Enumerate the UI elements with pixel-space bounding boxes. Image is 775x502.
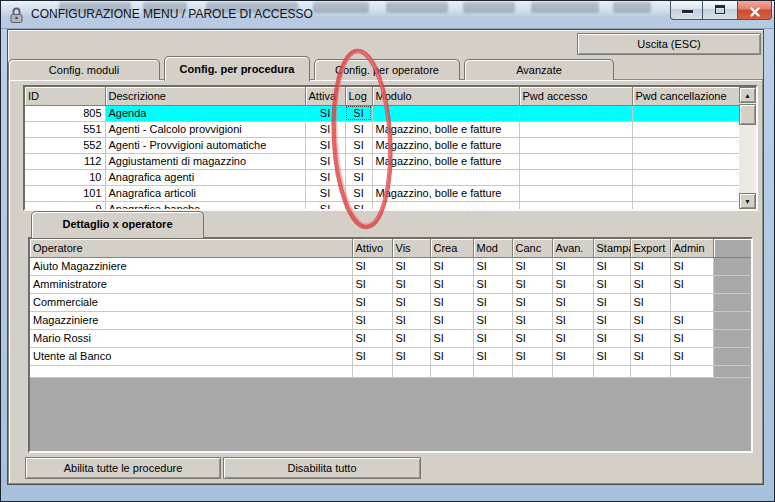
table-row[interactable]: 9Anagrafica bancheSISI: [25, 201, 739, 211]
cell[interactable]: SI: [670, 329, 713, 347]
table-row[interactable]: IDDescrizioneAttivaLogModuloPwd accessoP…: [25, 87, 739, 105]
minimize-button[interactable]: [670, 0, 703, 20]
cell[interactable]: SI: [473, 275, 512, 293]
cell[interactable]: SI: [305, 201, 345, 211]
cell[interactable]: SI: [430, 311, 473, 329]
cell[interactable]: SI: [552, 347, 593, 365]
cell[interactable]: SI: [305, 105, 345, 121]
cell[interactable]: SI: [392, 257, 430, 275]
cell[interactable]: SI: [512, 293, 552, 311]
cell[interactable]: [713, 347, 751, 365]
cell[interactable]: [632, 185, 739, 201]
tab-config-per-operatore[interactable]: Config. per operatore: [314, 59, 460, 80]
cell[interactable]: [372, 105, 519, 121]
cell[interactable]: Magazziniere: [30, 311, 352, 329]
scrollbar-thumb[interactable]: [739, 104, 756, 125]
exit-button[interactable]: Uscita (ESC): [577, 33, 761, 55]
table-row[interactable]: 112Aggiustamenti di magazzinoSISIMagazzi…: [25, 153, 739, 169]
cell[interactable]: SI: [392, 311, 430, 329]
cell[interactable]: SI: [473, 293, 512, 311]
cell[interactable]: [372, 201, 519, 211]
cell[interactable]: 101: [25, 185, 105, 201]
cell[interactable]: [519, 121, 632, 137]
cell[interactable]: SI: [670, 311, 713, 329]
cell[interactable]: SI: [512, 257, 552, 275]
cell[interactable]: [632, 137, 739, 153]
scroll-down-button[interactable]: ▼: [739, 193, 756, 209]
cell[interactable]: SI: [352, 311, 392, 329]
table-row[interactable]: 10Anagrafica agentiSISI: [25, 169, 739, 185]
cell[interactable]: [630, 365, 670, 377]
disabilita-tutto-button[interactable]: Disabilita tutto: [223, 457, 421, 479]
cell[interactable]: SI: [392, 293, 430, 311]
cell[interactable]: SI: [630, 293, 670, 311]
cell[interactable]: [713, 293, 751, 311]
cell[interactable]: [392, 365, 430, 377]
cell[interactable]: SI: [670, 347, 713, 365]
cell[interactable]: SI: [345, 169, 372, 185]
cell[interactable]: [519, 105, 632, 121]
cell[interactable]: SI: [352, 257, 392, 275]
abilita-tutte-button[interactable]: Abilita tutte le procedure: [25, 457, 221, 479]
cell[interactable]: 805: [25, 105, 105, 121]
cell[interactable]: SI: [593, 311, 630, 329]
cell[interactable]: Anagrafica banche: [105, 201, 305, 211]
cell[interactable]: Magazzino, bolle e fatture: [372, 153, 519, 169]
titlebar[interactable]: CONFIGURAZIONE MENU / PAROLE DI ACCESSO: [1, 1, 774, 29]
cell[interactable]: SI: [345, 105, 372, 121]
cell[interactable]: SI: [305, 185, 345, 201]
cell[interactable]: 551: [25, 121, 105, 137]
cell[interactable]: SI: [473, 257, 512, 275]
cell[interactable]: SI: [430, 347, 473, 365]
cell[interactable]: 10: [25, 169, 105, 185]
cell[interactable]: SI: [593, 275, 630, 293]
cell[interactable]: SI: [552, 293, 593, 311]
cell[interactable]: SI: [593, 293, 630, 311]
cell[interactable]: SI: [552, 275, 593, 293]
cell[interactable]: Anagrafica articoli: [105, 185, 305, 201]
cell[interactable]: [670, 293, 713, 311]
cell[interactable]: [632, 153, 739, 169]
cell[interactable]: SI: [512, 329, 552, 347]
cell[interactable]: SI: [352, 293, 392, 311]
cell[interactable]: Magazzino, bolle e fatture: [372, 121, 519, 137]
tab-config-moduli[interactable]: Config. moduli: [8, 59, 160, 80]
cell[interactable]: [593, 365, 630, 377]
cell[interactable]: SI: [512, 311, 552, 329]
cell[interactable]: Magazzino, bolle e fatture: [372, 185, 519, 201]
cell[interactable]: SI: [552, 311, 593, 329]
cell[interactable]: [430, 365, 473, 377]
cell[interactable]: SI: [630, 329, 670, 347]
cell[interactable]: [632, 201, 739, 211]
cell[interactable]: SI: [430, 275, 473, 293]
scroll-up-button[interactable]: ▲: [739, 87, 756, 103]
cell[interactable]: SI: [305, 137, 345, 153]
cell[interactable]: SI: [392, 329, 430, 347]
cell[interactable]: SI: [345, 201, 372, 211]
cell[interactable]: SI: [473, 311, 512, 329]
cell[interactable]: SI: [352, 275, 392, 293]
cell[interactable]: SI: [430, 293, 473, 311]
cell[interactable]: SI: [593, 347, 630, 365]
cell[interactable]: Anagrafica agenti: [105, 169, 305, 185]
table-row[interactable]: 805AgendaSISI: [25, 105, 739, 121]
cell[interactable]: SI: [552, 257, 593, 275]
cell[interactable]: SI: [630, 311, 670, 329]
cell[interactable]: SI: [305, 121, 345, 137]
table-row[interactable]: CommercialeSISISISISISISISI: [30, 293, 751, 311]
cell[interactable]: 552: [25, 137, 105, 153]
close-button[interactable]: [737, 0, 772, 20]
cell[interactable]: [713, 275, 751, 293]
table-row[interactable]: [30, 365, 751, 377]
cell[interactable]: SI: [473, 329, 512, 347]
cell[interactable]: [713, 365, 751, 377]
cell[interactable]: Aggiustamenti di magazzino: [105, 153, 305, 169]
table-row[interactable]: Aiuto MagazziniereSISISISISISISISISI: [30, 257, 751, 275]
cell[interactable]: SI: [305, 153, 345, 169]
cell[interactable]: [519, 137, 632, 153]
cell[interactable]: SI: [630, 257, 670, 275]
cell[interactable]: [552, 365, 593, 377]
cell[interactable]: SI: [430, 257, 473, 275]
cell[interactable]: SI: [593, 329, 630, 347]
cell[interactable]: [473, 365, 512, 377]
